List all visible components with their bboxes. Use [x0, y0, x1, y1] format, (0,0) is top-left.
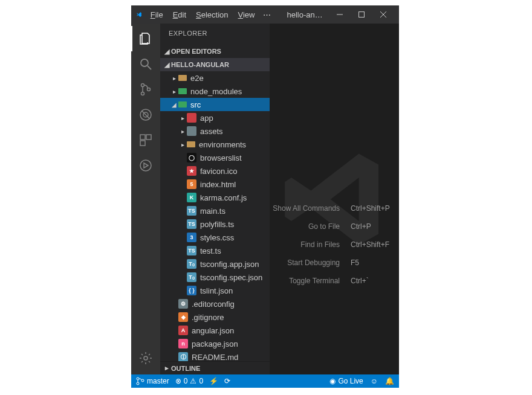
file-tsconfigspec[interactable]: T₍₎tsconfig.spec.json	[160, 271, 270, 284]
status-golive[interactable]: ◉Go Live	[329, 377, 363, 385]
activity-extensions[interactable]	[131, 127, 160, 153]
status-feedback[interactable]: ☺	[371, 377, 378, 385]
activity-settings[interactable]	[131, 345, 160, 371]
file-icon: A	[178, 326, 188, 335]
shortcut-row: Go to FileCtrl+P	[270, 217, 393, 236]
folder-icon	[187, 113, 196, 123]
error-icon: ⊗	[175, 377, 181, 385]
section-project[interactable]: ◢ HELLO-ANGULAR	[160, 58, 270, 71]
file-readme[interactable]: ⓘREADME.md	[160, 350, 270, 361]
liveshare-icon	[138, 158, 153, 173]
file-icon: K	[187, 193, 196, 202]
chevron-right-icon: ▸	[170, 75, 178, 82]
file-icon: 3	[187, 233, 196, 242]
file-icon: ⓘ	[178, 352, 188, 361]
chevron-right-icon: ▸	[178, 128, 187, 135]
menu-view[interactable]: View	[235, 9, 259, 21]
file-icon: ◆	[178, 312, 188, 322]
svg-point-6	[141, 84, 144, 87]
svg-rect-12	[140, 135, 145, 140]
svg-rect-1	[359, 12, 365, 18]
activity-bar	[131, 24, 160, 374]
window-title: hello-angular - V…	[276, 10, 326, 19]
file-stylescss[interactable]: 3styles.css	[160, 231, 270, 244]
chevron-right-icon: ▸	[170, 88, 178, 95]
file-icon: ⚙	[178, 299, 188, 309]
file-gitignore[interactable]: ◆.gitignore	[160, 310, 270, 324]
folder-icon	[187, 126, 196, 136]
activity-search[interactable]	[131, 51, 160, 77]
vscode-window: FFileile Edit Selection View ⋯ hello-ang…	[131, 5, 399, 388]
svg-rect-13	[146, 135, 151, 140]
minimize-button[interactable]	[329, 5, 351, 24]
chevron-down-icon: ◢	[163, 61, 171, 69]
folder-environments[interactable]: ▸environments	[160, 138, 270, 151]
file-packagejson[interactable]: npackage.json	[160, 337, 270, 350]
file-icon: TS	[187, 246, 196, 255]
status-port[interactable]: ⚡	[209, 377, 218, 385]
menu-edit[interactable]: Edit	[169, 9, 190, 21]
file-editorconfig[interactable]: ⚙.editorconfig	[160, 297, 270, 310]
file-favicon[interactable]: ★favicon.ico	[160, 164, 270, 178]
shortcut-row: Find in FilesCtrl+Shift+F	[270, 236, 393, 254]
file-icon: T₍₎	[187, 259, 196, 269]
activity-liveshare[interactable]	[131, 153, 160, 178]
menu-file[interactable]: FFileile	[147, 9, 167, 21]
folder-assets[interactable]: ▸assets	[160, 124, 270, 138]
file-tsconfigapp[interactable]: T₍₎tsconfig.app.json	[160, 257, 270, 271]
chevron-right-icon: ▸	[178, 115, 187, 121]
file-icon: n	[178, 339, 188, 348]
broadcast-icon: ◉	[329, 377, 336, 385]
folder-e2e[interactable]: ▸e2e	[160, 71, 270, 85]
folder-src[interactable]: ◢src	[160, 98, 270, 111]
status-branch[interactable]: master	[136, 377, 169, 385]
activity-explorer[interactable]	[131, 26, 160, 51]
main-area: EXPLORER ◢ OPEN EDITORS ◢ HELLO-ANGULAR …	[131, 24, 399, 374]
folder-icon	[178, 75, 187, 81]
file-maints[interactable]: TSmain.ts	[160, 204, 270, 217]
folder-icon	[187, 141, 195, 147]
file-testts[interactable]: TStest.ts	[160, 244, 270, 257]
gear-icon	[138, 351, 153, 365]
svg-point-17	[137, 377, 139, 380]
sync-icon: ⟳	[224, 377, 230, 385]
chevron-right-icon: ▸	[163, 364, 171, 372]
git-branch-icon	[136, 377, 144, 385]
svg-point-16	[144, 356, 148, 360]
file-icon: TS	[187, 206, 196, 216]
svg-point-18	[137, 382, 139, 385]
status-problems[interactable]: ⊗0 ⚠0	[175, 377, 203, 385]
activity-debug[interactable]	[131, 102, 160, 127]
bolt-icon: ⚡	[209, 377, 218, 385]
menu-selection[interactable]: Selection	[192, 9, 232, 21]
status-sync[interactable]: ⟳	[224, 377, 230, 385]
vscode-icon	[136, 10, 142, 19]
shortcut-row: Toggle TerminalCtrl+`	[270, 272, 393, 290]
folder-icon	[178, 101, 187, 108]
file-icon: ★	[187, 166, 196, 176]
activity-scm[interactable]	[131, 77, 160, 102]
file-browserslist[interactable]: ◯browserslist	[160, 151, 270, 164]
extensions-icon	[139, 133, 152, 147]
chevron-down-icon: ◢	[163, 48, 171, 56]
smiley-icon: ☺	[371, 377, 378, 385]
window-controls	[329, 5, 394, 24]
section-label: OUTLINE	[171, 365, 200, 372]
file-tslint[interactable]: { }tslint.json	[160, 284, 270, 297]
section-outline[interactable]: ▸ OUTLINE	[160, 361, 270, 374]
file-icon: TS	[187, 219, 196, 229]
menu-more[interactable]: ⋯	[261, 9, 273, 21]
file-icon: ◯	[187, 153, 196, 162]
file-polyfills[interactable]: TSpolyfills.ts	[160, 217, 270, 231]
folder-node-modules[interactable]: ▸node_modules	[160, 85, 270, 98]
maximize-button[interactable]	[351, 5, 372, 24]
file-angularjson[interactable]: Aangular.json	[160, 324, 270, 337]
status-notifications[interactable]: 🔔	[385, 377, 394, 385]
debug-icon	[138, 108, 153, 122]
close-button[interactable]	[372, 5, 394, 24]
section-open-editors[interactable]: ◢ OPEN EDITORS	[160, 45, 270, 58]
editor-area: Show All CommandsCtrl+Shift+P Go to File…	[270, 24, 399, 374]
folder-app[interactable]: ▸app	[160, 111, 270, 124]
file-indexhtml[interactable]: 5index.html	[160, 178, 270, 191]
file-karma[interactable]: Kkarma.conf.js	[160, 191, 270, 204]
